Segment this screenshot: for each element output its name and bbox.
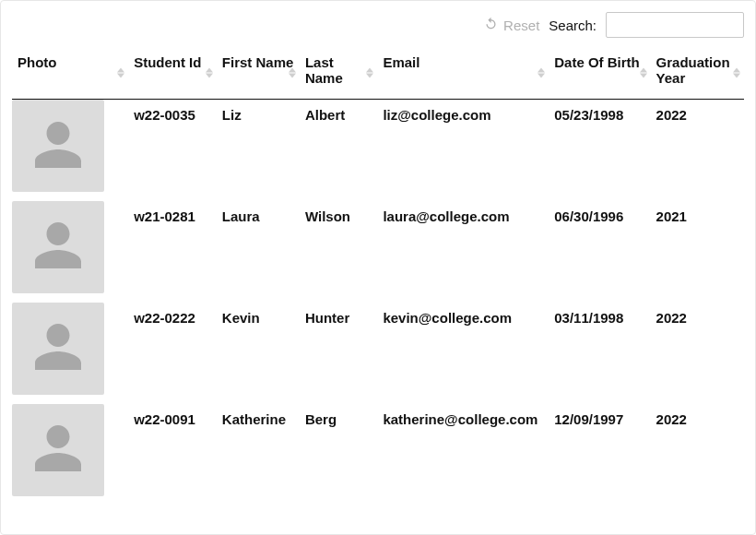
column-label: Email <box>383 54 419 70</box>
cell-first-name: Katherine <box>217 404 300 505</box>
cell-first-name: Liz <box>217 100 300 201</box>
table-row: w22-0222KevinHunterkevin@college.com03/1… <box>12 303 744 404</box>
table-row: w22-0035LizAlbertliz@college.com05/23/19… <box>12 100 744 201</box>
table-controls: Reset Search: <box>12 1 744 47</box>
cell-email: laura@college.com <box>377 201 549 303</box>
column-label: Student Id <box>134 54 201 70</box>
column-header-first-name[interactable]: First Name <box>217 47 300 100</box>
cell-first-name: Kevin <box>217 303 300 404</box>
cell-last-name: Wilson <box>300 201 377 303</box>
table-row: w21-0281LauraWilsonlaura@college.com06/3… <box>12 201 744 303</box>
cell-dob: 05/23/1998 <box>549 100 650 201</box>
cell-student-id: w21-0281 <box>128 201 217 303</box>
table-row: w22-0091KatherineBergkatherine@college.c… <box>12 404 744 505</box>
student-table-panel: Reset Search: Photo Student Id First Nam… <box>0 0 756 535</box>
column-label: Graduation Year <box>656 54 730 86</box>
sort-icon[interactable] <box>733 68 740 78</box>
cell-graduation-year: 2022 <box>651 404 744 505</box>
table-body: w22-0035LizAlbertliz@college.com05/23/19… <box>12 100 744 505</box>
student-table: Photo Student Id First Name Last Name Em… <box>12 47 744 505</box>
avatar <box>12 201 104 293</box>
avatar <box>12 303 104 395</box>
person-icon <box>30 117 86 175</box>
avatar <box>12 100 104 192</box>
search-input[interactable] <box>606 12 744 38</box>
cell-student-id: w22-0222 <box>128 303 217 404</box>
column-label: First Name <box>222 54 294 70</box>
column-header-graduation-year[interactable]: Graduation Year <box>651 47 744 100</box>
cell-dob: 06/30/1996 <box>549 201 650 303</box>
cell-last-name: Hunter <box>300 303 377 404</box>
reset-label: Reset <box>503 18 539 33</box>
sort-icon[interactable] <box>206 68 213 78</box>
person-icon <box>30 319 86 377</box>
search-label: Search: <box>549 18 597 33</box>
table-header: Photo Student Id First Name Last Name Em… <box>12 47 744 100</box>
column-header-email[interactable]: Email <box>377 47 549 100</box>
cell-student-id: w22-0091 <box>128 404 217 505</box>
column-label: Photo <box>18 54 57 70</box>
avatar <box>12 404 104 496</box>
column-header-last-name[interactable]: Last Name <box>300 47 377 100</box>
person-icon <box>30 421 86 479</box>
cell-graduation-year: 2022 <box>651 303 744 404</box>
column-header-student-id[interactable]: Student Id <box>128 47 217 100</box>
column-label: Date Of Birth <box>554 54 640 70</box>
sort-icon[interactable] <box>117 68 124 78</box>
cell-email: katherine@college.com <box>377 404 549 505</box>
cell-last-name: Albert <box>300 100 377 201</box>
cell-student-id: w22-0035 <box>128 100 217 201</box>
cell-email: kevin@college.com <box>377 303 549 404</box>
cell-photo <box>12 100 128 201</box>
cell-photo <box>12 303 128 404</box>
reset-button[interactable]: Reset <box>484 17 539 33</box>
cell-email: liz@college.com <box>377 100 549 201</box>
sort-icon[interactable] <box>537 68 545 78</box>
sort-icon[interactable] <box>366 68 373 78</box>
cell-photo <box>12 201 128 303</box>
column-header-dob[interactable]: Date Of Birth <box>549 47 650 100</box>
cell-graduation-year: 2022 <box>651 100 744 201</box>
cell-dob: 03/11/1998 <box>549 303 650 404</box>
sort-icon[interactable] <box>289 68 296 78</box>
cell-photo <box>12 404 128 505</box>
cell-last-name: Berg <box>300 404 377 505</box>
column-header-photo[interactable]: Photo <box>12 47 128 100</box>
undo-icon <box>484 17 498 33</box>
cell-graduation-year: 2021 <box>651 201 744 303</box>
cell-first-name: Laura <box>217 201 300 303</box>
sort-icon[interactable] <box>640 68 647 78</box>
column-label: Last Name <box>305 54 343 86</box>
person-icon <box>30 218 86 276</box>
cell-dob: 12/09/1997 <box>549 404 650 505</box>
